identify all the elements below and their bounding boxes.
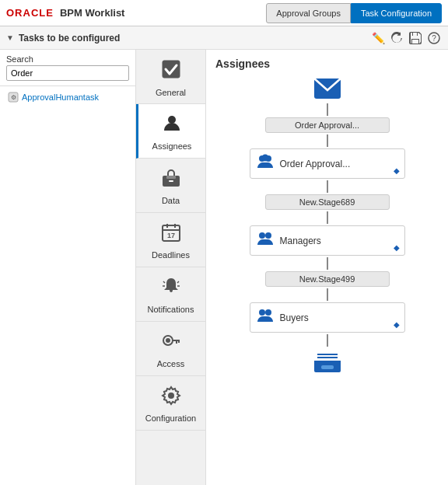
- search-input[interactable]: [6, 65, 129, 81]
- person-icon: [162, 113, 182, 138]
- start-envelope-icon: [313, 78, 341, 102]
- nav-item-notifications[interactable]: Notifications: [136, 267, 205, 322]
- end-inbox-icon: [313, 350, 341, 379]
- diamond-icon-2: ◆: [394, 243, 400, 252]
- svg-point-23: [168, 393, 174, 399]
- nav-item-notifications-label: Notifications: [148, 305, 194, 314]
- nav-item-deadlines-label: Deadlines: [152, 250, 190, 260]
- bell-icon: [161, 277, 181, 302]
- save-icon[interactable]: [408, 30, 423, 46]
- toolbar: ▼ Tasks to be configured ✏️ ?: [0, 26, 448, 50]
- toolbar-title: Tasks to be configured: [19, 33, 366, 44]
- svg-line-16: [177, 281, 179, 283]
- gear-icon: [161, 386, 181, 410]
- nav-item-configuration-label: Configuration: [145, 413, 196, 423]
- checkmark-icon: [160, 58, 182, 85]
- group-icon-1: [257, 154, 274, 173]
- briefcase-icon: [161, 168, 181, 193]
- flow-assignee-order-approval[interactable]: Order Approval... ◆: [250, 148, 405, 179]
- flow-stage-order-approval: Order Approval...: [265, 117, 390, 133]
- header-left: ORACLE BPM Worklist: [6, 7, 124, 19]
- assignee-name-1: Order Approval...: [280, 159, 398, 169]
- svg-rect-8: [169, 180, 173, 182]
- app-title: BPM Worklist: [60, 7, 125, 19]
- task-item-label: ApprovalHumantask: [22, 92, 99, 102]
- search-label: Search: [6, 54, 129, 64]
- svg-point-29: [265, 232, 271, 239]
- flow-stage-499: New.Stage499: [265, 271, 390, 287]
- collapse-arrow-icon[interactable]: ▼: [6, 33, 14, 42]
- edit-icon[interactable]: ✏️: [370, 30, 386, 46]
- flow-arrow-2: [327, 134, 328, 147]
- list-item[interactable]: ⚙ ApprovalHumantask: [5, 89, 131, 105]
- assignee-name-3: Buyers: [280, 312, 398, 323]
- flow-arrow-6: [327, 288, 328, 301]
- svg-text:⚙: ⚙: [11, 94, 16, 101]
- flow-stage-689: New.Stage689: [265, 194, 390, 210]
- key-icon: [161, 331, 181, 356]
- nav-item-assignees-label: Assignees: [152, 141, 192, 151]
- help-icon[interactable]: ?: [426, 30, 442, 46]
- task-list: ⚙ ApprovalHumantask: [0, 86, 135, 108]
- nav-item-deadlines[interactable]: 17 Deadlines: [136, 213, 205, 267]
- flow-assignee-managers[interactable]: Managers ◆: [250, 225, 405, 256]
- nav-panel: General Assignees Data: [136, 50, 206, 485]
- svg-point-19: [166, 338, 170, 343]
- svg-text:17: 17: [166, 232, 174, 239]
- tab-task-configuration[interactable]: Task Configuration: [351, 3, 442, 23]
- header-tabs: Approval Groups Task Configuration: [266, 3, 442, 23]
- nav-item-data-label: Data: [162, 196, 180, 205]
- app-header: ORACLE BPM Worklist Approval Groups Task…: [0, 0, 448, 26]
- oracle-logo-text: ORACLE: [6, 7, 54, 19]
- assignee-flow: Order Approval... Order Approval... ◆: [215, 78, 439, 379]
- flow-assignee-buyers[interactable]: Buyers ◆: [250, 302, 405, 333]
- main-layout: Search ⚙ ApprovalHumantask General: [0, 50, 448, 485]
- svg-point-31: [265, 309, 271, 316]
- svg-line-14: [163, 281, 165, 283]
- nav-item-configuration[interactable]: Configuration: [136, 376, 205, 431]
- svg-point-28: [259, 232, 265, 239]
- nav-item-general[interactable]: General: [136, 50, 205, 104]
- svg-point-30: [259, 309, 265, 316]
- flow-arrow-3: [327, 180, 328, 193]
- nav-item-assignees[interactable]: Assignees: [136, 104, 205, 159]
- flow-arrow-1: [327, 103, 328, 116]
- content-area: Assignees Order Approval...: [206, 50, 448, 485]
- svg-rect-34: [321, 365, 334, 369]
- flow-arrow-7: [327, 334, 328, 347]
- group-icon-3: [257, 308, 274, 327]
- flow-arrow-5: [327, 257, 328, 270]
- task-item-icon: ⚙: [8, 92, 19, 103]
- svg-text:?: ?: [432, 34, 436, 43]
- calendar-icon: 17: [161, 222, 181, 247]
- nav-item-access[interactable]: Access: [136, 322, 205, 376]
- search-area: Search: [0, 50, 135, 86]
- svg-rect-7: [166, 176, 176, 179]
- content-title: Assignees: [215, 58, 439, 70]
- refresh-icon[interactable]: [389, 30, 404, 46]
- tab-approval-groups[interactable]: Approval Groups: [266, 3, 351, 23]
- nav-item-general-label: General: [156, 88, 186, 97]
- svg-point-5: [168, 116, 176, 124]
- nav-item-data[interactable]: Data: [136, 159, 205, 213]
- assignee-name-2: Managers: [280, 236, 398, 246]
- diamond-icon-3: ◆: [394, 320, 400, 329]
- flow-arrow-4: [327, 211, 328, 224]
- toolbar-icons: ✏️ ?: [370, 30, 442, 46]
- oracle-logo: ORACLE: [6, 7, 54, 19]
- nav-item-access-label: Access: [157, 359, 184, 368]
- diamond-icon-1: ◆: [394, 166, 400, 175]
- left-panel: Search ⚙ ApprovalHumantask: [0, 50, 136, 485]
- svg-point-27: [261, 155, 268, 162]
- group-icon-2: [257, 231, 274, 250]
